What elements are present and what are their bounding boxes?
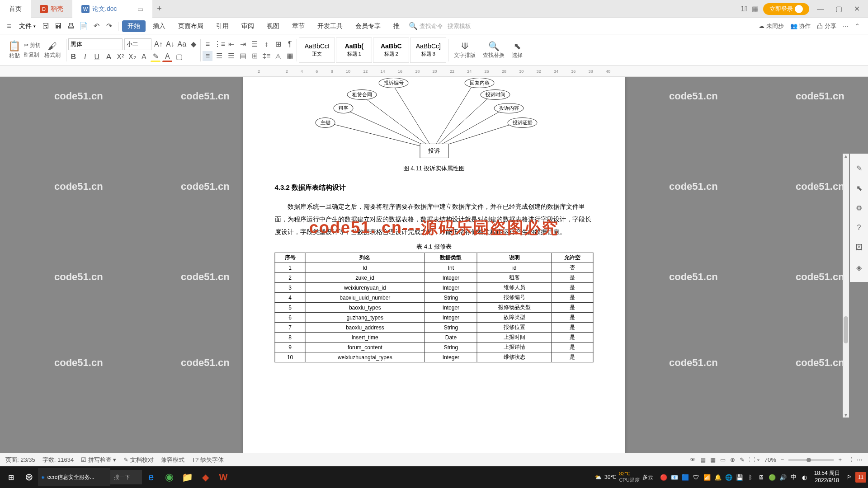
tab-menu-icon[interactable]: ▭ [137, 5, 143, 13]
search-icon[interactable]: 🔍 [409, 22, 418, 30]
task-app1[interactable]: ◆ [196, 468, 214, 486]
tray-volume-icon[interactable]: 🔊 [778, 468, 788, 486]
menu-section[interactable]: 章节 [287, 20, 310, 32]
pen-tool-icon[interactable]: ✎ [854, 163, 864, 174]
notification-badge[interactable]: 11 [855, 472, 866, 483]
proofread[interactable]: ✎ 文档校对 [123, 456, 154, 464]
bullet-list-icon[interactable]: ≡ [203, 39, 212, 49]
grid-icon[interactable]: ▦ [752, 5, 759, 13]
decrease-indent-icon[interactable]: ⇤ [226, 39, 236, 49]
shading-icon[interactable]: ◬ [273, 51, 283, 61]
text-effect-icon[interactable]: A [139, 52, 149, 62]
weather-widget[interactable]: ⛅ 30℃ 82℃CPU温度 多云 [595, 471, 653, 483]
sync-status[interactable]: ☁ 未同步 [759, 22, 784, 30]
copy-button[interactable]: ⎘ 复制 [24, 51, 41, 59]
share-button[interactable]: 凸 分享 [817, 22, 836, 30]
underline-icon[interactable]: U [92, 52, 102, 62]
cursor-tool-icon[interactable]: ⬉ [854, 183, 864, 193]
zoom-fit-icon[interactable]: ⛶ ▾ [749, 456, 760, 463]
tray-flag-icon[interactable]: 🏳 [844, 468, 854, 486]
menu-start[interactable]: 开始 [122, 20, 146, 32]
print-preview-icon[interactable]: 📄 [78, 21, 89, 32]
find-replace-group[interactable]: 🔍查找替换 [479, 37, 508, 64]
font-color-icon[interactable]: A [162, 52, 172, 62]
missing-font[interactable]: T? 缺失字体 [192, 456, 224, 464]
styles-gallery[interactable]: AaBbCcI正文 AaBb(标题 1 AaBbC标题 2 AaBbCc]标题 … [299, 38, 446, 63]
clear-format-icon[interactable]: ◆ [189, 39, 198, 49]
tray-icon[interactable]: 🟦 [680, 468, 690, 486]
scroll-thumb[interactable] [844, 316, 848, 343]
style-h2[interactable]: AaBbC标题 2 [373, 38, 409, 63]
char-border-icon[interactable]: ▢ [174, 52, 184, 62]
distribute-icon[interactable]: ⊞ [250, 51, 259, 61]
redo-icon[interactable]: ↷ [104, 21, 114, 32]
tray-ime-icon[interactable]: 中 [789, 468, 799, 486]
zoom-out-icon[interactable]: − [781, 456, 784, 463]
strike-icon[interactable]: A̶ [104, 52, 113, 62]
borders-icon[interactable]: ▦ [285, 51, 295, 61]
align-left-icon[interactable]: ≡ [203, 51, 212, 61]
decrease-font-icon[interactable]: A↓ [165, 39, 175, 49]
coop-button[interactable]: 👥 协作 [790, 22, 811, 30]
line-spacing-icon[interactable]: ↕ [261, 39, 271, 49]
zoom-handle[interactable] [807, 458, 811, 462]
italic-icon[interactable]: I [80, 52, 90, 62]
tab-docer[interactable]: D 稻壳 [31, 0, 72, 18]
tab-icon[interactable]: ⊞ [273, 39, 283, 49]
change-case-icon[interactable]: Aa [177, 39, 187, 49]
menu-more[interactable]: 推 [388, 20, 405, 32]
text-layout-group[interactable]: ⟱文字排版 [450, 37, 479, 64]
hamburger-icon[interactable]: ≡ [4, 21, 14, 32]
number-list-icon[interactable]: ⋮≡ [214, 39, 224, 49]
tab-add[interactable]: + [152, 4, 166, 14]
task-explorer[interactable]: 📁 [178, 468, 196, 486]
menu-insert[interactable]: 插入 [147, 20, 171, 32]
maximize-button[interactable]: ▢ [832, 2, 845, 16]
start-button[interactable]: ⊞ [2, 468, 20, 486]
scroll-down-icon[interactable]: ▼ [843, 413, 849, 418]
size-select[interactable] [124, 38, 151, 50]
menu-layout[interactable]: 页面布局 [173, 20, 209, 32]
increase-font-icon[interactable]: A↑ [153, 39, 163, 49]
align-justify-icon[interactable]: ▤ [238, 51, 248, 61]
format-painter-group[interactable]: 🖌 格式刷 [41, 37, 64, 64]
search-tpl[interactable]: 搜索模板 [448, 22, 471, 30]
line-height-icon[interactable]: ‡≡ [261, 51, 271, 61]
collapse-ribbon-icon[interactable]: ⌃ [855, 23, 860, 29]
font-select[interactable] [68, 38, 123, 50]
search-cmd[interactable]: 查找命令 [420, 22, 443, 30]
save-icon[interactable]: 🖫 [40, 21, 51, 32]
tray-icon[interactable]: 💾 [735, 468, 745, 486]
eye-icon[interactable]: 👁 [690, 456, 696, 463]
fullscreen-icon[interactable]: ⛶ [846, 456, 852, 463]
menu-view[interactable]: 视图 [261, 20, 285, 32]
task-ie[interactable]: e ccrc信息安全服务... [38, 468, 110, 486]
tray-icon[interactable]: 🖥 [756, 468, 766, 486]
document-page[interactable]: 主键 租客 租赁合同 投诉编号 回复内容 投诉时间 投诉内容 投诉证据 投诉 图… [243, 77, 625, 453]
superscript-icon[interactable]: X² [115, 52, 125, 62]
file-menu[interactable]: 文件▾ [16, 22, 38, 30]
paste-icon[interactable]: 📋 [8, 40, 20, 52]
help-icon[interactable]: ? [854, 222, 864, 233]
style-normal[interactable]: AaBbCcI正文 [299, 38, 335, 63]
tray-icon[interactable]: 📧 [670, 468, 679, 486]
tab-document[interactable]: W 论文.doc ▭ [72, 0, 152, 18]
zoom-slider[interactable] [788, 459, 834, 461]
highlight-icon[interactable]: ✎ [151, 52, 160, 62]
tray-icon[interactable]: 🌐 [724, 468, 734, 486]
menu-review[interactable]: 审阅 [236, 20, 259, 32]
close-button[interactable]: ✕ [850, 2, 863, 16]
taskbar-clock[interactable]: 18:54 周日 2022/9/18 [811, 470, 844, 484]
zoom-in-icon[interactable]: + [838, 456, 842, 463]
menu-dropdown-icon[interactable]: ⋯ [843, 23, 849, 29]
zoom-level[interactable]: 70% [764, 456, 776, 463]
sort-icon[interactable]: ☰ [250, 39, 259, 49]
menu-devtools[interactable]: 开发工具 [312, 20, 348, 32]
tray-icon[interactable]: 🟢 [767, 468, 777, 486]
settings-icon[interactable]: ⚙ [854, 202, 864, 213]
align-center-icon[interactable]: ☰ [214, 51, 224, 61]
menu-member[interactable]: 会员专享 [350, 20, 386, 32]
tab-home[interactable]: 首页 [0, 0, 31, 18]
login-button[interactable]: 立即登录 [763, 3, 809, 15]
subscript-icon[interactable]: X₂ [127, 52, 137, 62]
